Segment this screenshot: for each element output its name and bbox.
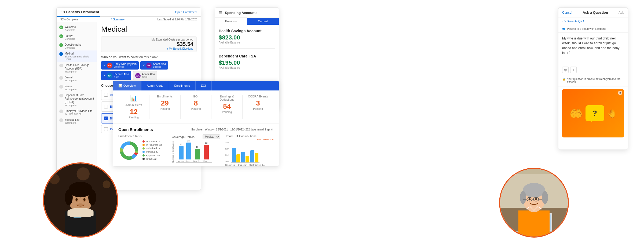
legend-label-4: Approved 49 [146,154,160,157]
message-area[interactable]: My wife is due with our third child next… [558,33,628,65]
chip-name-0: Emily Alba (myself)Employee [114,63,137,68]
metric-value-0: 12 [123,108,145,116]
legend-label-0: Not Started 6 [146,140,160,143]
sidebar-item-7[interactable]: Dependent Care Reimbursement Account (DC… [57,92,97,108]
sidebar-item-8[interactable]: Employer Provided Life1x - $98,000.00 [57,108,97,117]
hsa-y-label-2: $1K [225,154,229,156]
breadcrumb[interactable]: › > Benefits Q&A [558,17,628,25]
svg-point-8 [103,180,111,188]
account-name-0: Health Savings Account [219,29,275,33]
cancel-button[interactable]: Cancel [562,11,572,14]
svg-rect-28 [500,169,568,174]
cost-amount: $35.54 [105,41,193,47]
enrollment-status-label: Enrollment Status [118,134,166,138]
hsa-y-label-1: $2K [225,148,229,150]
person-icon: 👥 [562,27,565,30]
sidebar-item-1[interactable]: FamilyComplete [57,33,97,42]
max-contribution-label: Max Contribution [225,138,273,141]
lock-icon: 🔒 [562,78,565,81]
message-text: My wife is due with our third child next… [562,37,620,55]
ask-button[interactable]: Ask [619,11,624,14]
hsa-bar-2-0 [250,150,254,162]
sidebar-item-5[interactable]: DentalIncomplete [57,74,97,83]
sidebar-item-4[interactable]: Health Care Savings Account (HSA)Incompl… [57,62,97,74]
posting-info: 👥 Posting to a group with 6 experts [558,25,628,33]
person-chip-3[interactable]: AAAdam AlbaChild [133,71,157,80]
metric-0[interactable]: 📊Admin Alerts12Pending [118,95,149,119]
plan-checkbox-2: ✓ [104,117,108,120]
legend-item-3: Pending 23 [142,151,162,153]
sa-tab-1[interactable]: Current [247,18,279,25]
be-header: ‹ < Benefits Enrollment Open Enrollment [57,8,201,16]
bar-col-0: 20Aetna [178,143,184,162]
sidebar-item-0[interactable]: WelcomeComplete [57,24,97,33]
bar-col-3: 22Wave... [203,142,210,162]
question-bubble: ? [586,105,604,121]
person-photo-left [43,162,118,238]
hands-right: ✋ [607,109,617,118]
account-balance-0: $823.00 [219,34,275,41]
settings-icon[interactable]: ⚙ [271,128,273,131]
svg-point-16 [88,190,96,205]
metric-1[interactable]: Enrollments29Pending [149,95,181,119]
account-name-1: Dependent Care FSA [219,54,275,58]
legend-dot-1 [142,144,145,146]
sidebar-item-3[interactable]: MedicalBlue Cross Blue Shield HDHP [57,50,97,62]
bar-val-3: 22 [205,142,207,144]
metric-4[interactable]: COBRA Events3Pending [243,95,273,119]
hash-button[interactable]: # [570,67,577,73]
legend-item-5: Total: 122 [142,158,162,160]
back-icon[interactable]: ‹ [60,10,61,14]
progress-bar [57,16,201,17]
summary-link[interactable]: # Summary [111,18,125,21]
sidebar-item-6[interactable]: VisionIncomplete [57,83,97,92]
svg-rect-30 [507,170,511,174]
tab-overview[interactable]: 📊 Overview [113,81,141,90]
hsa-bar-2-1 [255,153,258,162]
legend-item-0: Not Started 6 [142,140,162,143]
person-chip-1[interactable]: ✓AAAdam AlbaSpouse [140,61,168,70]
sidebar-item-label-7: Dependent Care Reimbursement Account (DC… [65,93,94,107]
menu-icon[interactable]: ☰ [219,10,222,15]
legend-item-2: Submitted 11 [142,147,162,150]
tab-admin-alerts[interactable]: Admin Alerts [141,81,169,90]
progress-percent: 30% Complete [60,18,78,21]
oe-title: Open Enrollments [118,127,153,132]
breadcrumb-label: > Benefits Q&A [564,20,585,23]
hsa-x-label-0: Employee [225,164,235,166]
metric-sub-3: Pending [216,111,238,114]
admin-dashboard-panel: 📊 Overview Admin Alerts Enrollments EOI … [113,81,279,166]
account-label-1: Available Balance [219,66,275,69]
person-chip-0[interactable]: ✓EAEmily Alba (myself)Employee [101,61,139,70]
sa-title: Spending Accounts [225,11,258,15]
tab-eoi[interactable]: EOI [196,81,212,90]
svg-point-25 [77,203,83,206]
benefit-elections-link[interactable]: ↑ My Benefit Elections [105,47,193,50]
ad-close-button[interactable]: × [618,91,622,95]
chip-name-2: Richard AlbaChild [114,73,129,78]
at-button[interactable]: @ [562,67,569,73]
sa-tab-0[interactable]: Previous [215,18,247,25]
coverage-dropdown[interactable]: Medical Dental Vision [203,134,220,139]
tab-enrollments[interactable]: Enrollments [169,81,196,90]
sidebar-item-label-2: QuestionnaireComplete [65,43,81,49]
sidebar-item-label-4: Health Care Savings Account (HSA)Incompl… [65,63,94,73]
sidebar-item-2[interactable]: QuestionnaireComplete [57,42,97,50]
hands-left: 🤲 [569,107,583,120]
sidebar-item-9[interactable]: Spousal LifeIncomplete [57,117,97,126]
sidebar-item-label-1: FamilyComplete [65,34,75,40]
legend-item-4: Approved 49 [142,154,162,157]
sidebar-item-label-0: WelcomeComplete [65,25,76,31]
metric-value-2: 8 [185,99,207,107]
ask-question-panel: Cancel Ask a Question Ask › > Benefits Q… [558,8,628,150]
person-chip-2[interactable]: ✓RARichard AlbaChild [101,71,131,80]
metric-2[interactable]: EOI8Pending [181,95,212,119]
bar-val-0: 20 [180,143,182,145]
svg-point-9 [76,168,90,181]
coverage-label: Coverage Details [172,135,194,139]
metric-3[interactable]: Earnings & Deductions54Pending [211,95,243,119]
legend-dot-0 [142,140,145,143]
legend-dot-3 [142,151,145,153]
ad-content: 🤲 ? ✋ [569,105,617,121]
last-saved: Last Saved at 2:26 PM 1/29/2023 [158,18,197,21]
